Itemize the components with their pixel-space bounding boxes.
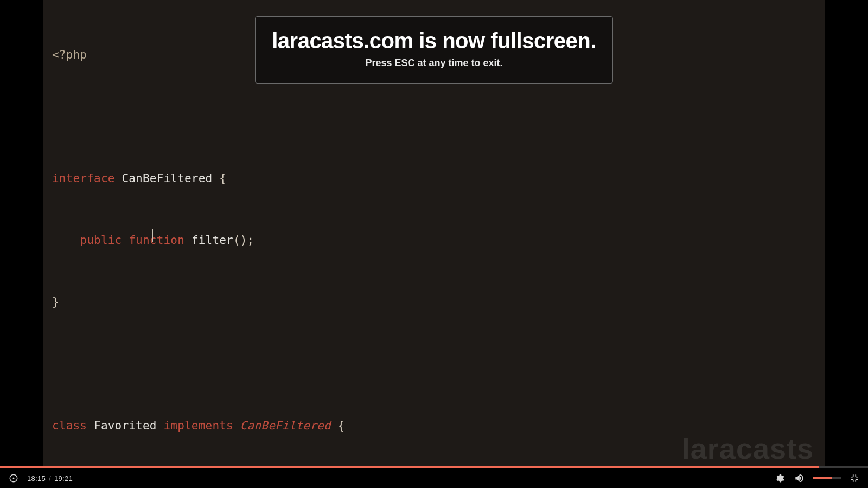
duration: 19:21 bbox=[54, 474, 73, 483]
current-time: 18:15 bbox=[27, 474, 46, 483]
volume-slider[interactable] bbox=[813, 477, 841, 479]
video-controls-bar: 18:15/19:21 bbox=[0, 468, 868, 488]
video-stage: <?php interface CanBeFiltered { public f… bbox=[0, 0, 868, 488]
svg-point-1 bbox=[13, 478, 15, 479]
brand-watermark: laracasts bbox=[682, 432, 814, 465]
volume-fill bbox=[813, 477, 832, 479]
text-cursor-icon bbox=[152, 229, 153, 242]
play-button[interactable] bbox=[8, 472, 20, 484]
code-token-open-tag: <?php bbox=[52, 48, 87, 61]
code-type-name: CanBeFiltered bbox=[122, 172, 212, 185]
volume-button[interactable] bbox=[793, 472, 805, 484]
fullscreen-exit-button[interactable] bbox=[848, 472, 860, 484]
code-kw-interface: interface bbox=[52, 172, 115, 185]
fullscreen-notice-title: laracasts.com is now fullscreen. bbox=[271, 29, 597, 53]
code-class-favorited: Favorited bbox=[94, 419, 157, 432]
fullscreen-notice-subtitle: Press ESC at any time to exit. bbox=[271, 57, 597, 69]
settings-button[interactable] bbox=[774, 472, 786, 484]
fullscreen-notice: laracasts.com is now fullscreen. Press E… bbox=[255, 16, 613, 84]
time-display: 18:15/19:21 bbox=[27, 474, 73, 483]
